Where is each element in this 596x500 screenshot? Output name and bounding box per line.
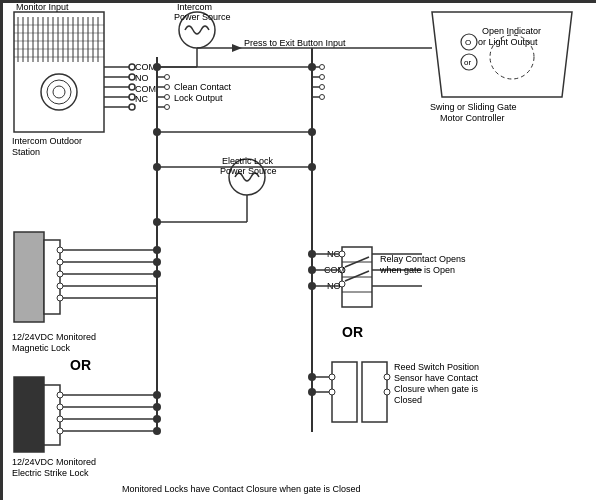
svg-point-62 (320, 65, 325, 70)
svg-text:Lock Output: Lock Output (174, 93, 223, 103)
svg-text:Magnetic Lock: Magnetic Lock (12, 343, 71, 353)
monitor-input-label: Monitor Input (16, 2, 69, 12)
svg-point-66 (320, 85, 325, 90)
svg-point-131 (384, 374, 390, 380)
svg-text:Closure when gate is: Closure when gate is (394, 384, 479, 394)
svg-rect-127 (332, 362, 357, 422)
wiring-diagram: Monitor Input COM NO COM NC Intercom Out… (0, 0, 596, 500)
electric-lock-power-label: Electric Lock (222, 156, 274, 166)
svg-text:when gate is Open: when gate is Open (379, 265, 455, 275)
reed-switch-label: Reed Switch Position (394, 362, 479, 372)
intercom-outdoor-station-label: Intercom Outdoor (12, 136, 82, 146)
svg-point-129 (329, 374, 335, 380)
or-label-top: OR (70, 357, 91, 373)
svg-text:O: O (465, 38, 471, 47)
svg-point-153 (308, 163, 316, 171)
svg-point-97 (57, 416, 63, 422)
svg-point-90 (153, 258, 161, 266)
svg-text:Sensor have Contact: Sensor have Contact (394, 373, 479, 383)
svg-point-76 (153, 218, 161, 226)
svg-point-36 (129, 104, 135, 110)
svg-point-89 (153, 246, 161, 254)
svg-point-54 (165, 85, 170, 90)
svg-point-79 (57, 247, 63, 253)
svg-point-152 (153, 163, 161, 171)
svg-rect-128 (362, 362, 387, 422)
svg-point-103 (153, 391, 161, 399)
svg-point-136 (308, 388, 316, 396)
svg-point-98 (57, 428, 63, 434)
svg-text:Station: Station (12, 147, 40, 157)
svg-text:NO: NO (135, 73, 149, 83)
svg-rect-77 (14, 232, 44, 322)
svg-point-56 (165, 95, 170, 100)
svg-point-70 (153, 63, 161, 71)
svg-text:Electric Strike Lock: Electric Strike Lock (12, 468, 89, 478)
svg-text:Power Source: Power Source (174, 12, 231, 22)
svg-text:COM: COM (135, 62, 156, 72)
svg-text:or Light Output: or Light Output (478, 37, 538, 47)
svg-point-71 (308, 63, 316, 71)
electric-strike-label: 12/24VDC Monitored (12, 457, 96, 467)
clean-contact-label: Clean Contact (174, 82, 232, 92)
svg-text:Motor Controller: Motor Controller (440, 113, 505, 123)
svg-point-83 (57, 295, 63, 301)
svg-point-106 (153, 427, 161, 435)
svg-point-80 (57, 259, 63, 265)
svg-point-135 (308, 373, 316, 381)
relay-contact-label: Relay Contact Opens (380, 254, 466, 264)
svg-point-96 (57, 404, 63, 410)
svg-point-149 (153, 128, 161, 136)
svg-point-130 (329, 389, 335, 395)
svg-point-91 (153, 270, 161, 278)
svg-point-81 (57, 271, 63, 277)
magnetic-lock-label: 12/24VDC Monitored (12, 332, 96, 342)
svg-point-120 (308, 250, 316, 258)
open-indicator-label: Open Indicator (482, 26, 541, 36)
svg-point-105 (153, 415, 161, 423)
svg-point-58 (165, 105, 170, 110)
svg-point-64 (320, 75, 325, 80)
svg-rect-93 (14, 377, 44, 452)
svg-point-95 (57, 392, 63, 398)
svg-point-150 (308, 128, 316, 136)
svg-text:NC: NC (135, 94, 148, 104)
svg-point-104 (153, 403, 161, 411)
press-to-exit-label: Press to Exit Button Input (244, 38, 346, 48)
svg-point-121 (308, 266, 316, 274)
svg-text:COM: COM (135, 84, 156, 94)
intercom-power-source-label: Intercom (177, 2, 212, 12)
or-label-bottom: OR (342, 324, 363, 340)
svg-text:or: or (464, 58, 471, 67)
bottom-note: Monitored Locks have Contact Closure whe… (122, 484, 361, 494)
svg-point-82 (57, 283, 63, 289)
svg-point-122 (308, 282, 316, 290)
svg-text:Closed: Closed (394, 395, 422, 405)
svg-point-52 (165, 75, 170, 80)
svg-point-68 (320, 95, 325, 100)
motor-controller-label: Swing or Sliding Gate (430, 102, 517, 112)
svg-point-132 (384, 389, 390, 395)
svg-point-26 (53, 86, 65, 98)
